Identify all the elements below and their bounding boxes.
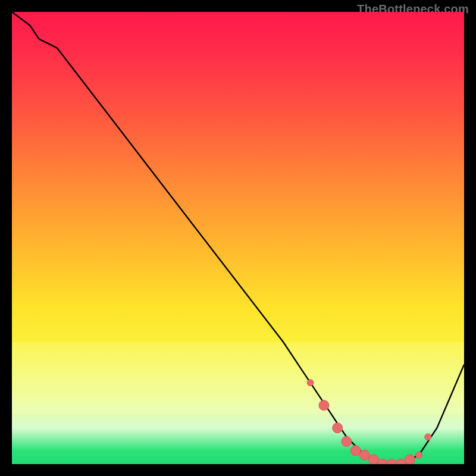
curve-layer [12,12,464,464]
marker-dot [425,434,431,440]
marker-dot [359,450,369,460]
marker-dot [387,459,397,465]
chart-stage: TheBottleneck.com [0,0,476,476]
plot-area [12,12,464,464]
bottleneck-curve [12,12,464,464]
marker-dot [396,459,406,465]
marker-dot [416,452,422,458]
marker-dot [333,423,343,433]
marker-dot [405,455,415,464]
curve-markers [307,380,431,464]
marker-dot [307,380,314,386]
highlight-band [12,342,464,415]
marker-dot [369,455,379,464]
marker-dot [378,459,388,465]
marker-dot [319,400,329,411]
marker-dot [350,446,361,456]
marker-dot [342,437,352,447]
